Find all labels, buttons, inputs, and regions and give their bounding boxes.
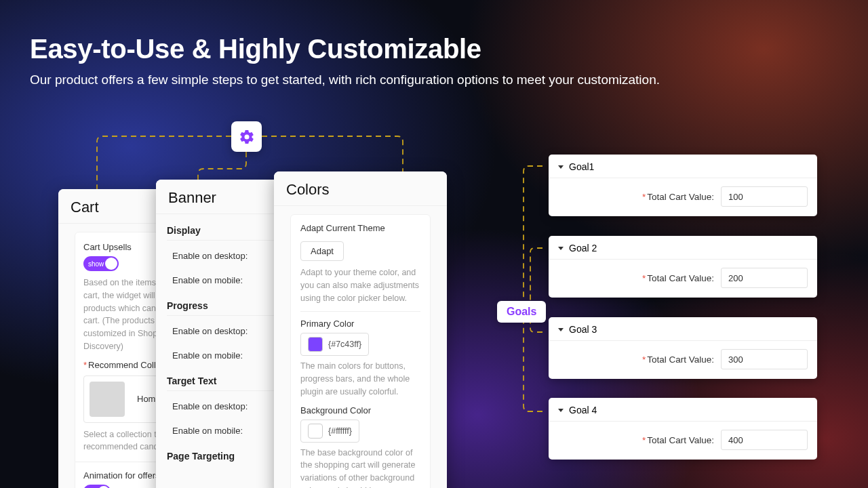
bg-color-picker[interactable]: {#ffffff}	[300, 420, 359, 443]
adapt-button[interactable]: Adapt	[300, 241, 344, 261]
primary-swatch	[308, 337, 323, 352]
goal-card-2: Goal 2 *Total Cart Value:	[549, 236, 817, 298]
adapt-desc: Adapt to your theme color, and you can a…	[300, 266, 420, 304]
goal-4-name: Goal 4	[569, 405, 597, 415]
goals-badge: Goals	[497, 301, 546, 323]
primary-color-label: Primary Color	[300, 319, 420, 329]
hero-title: Easy-to-Use & Highly Customizable	[30, 34, 841, 64]
progress-desktop-label: Enable on desktop:	[172, 326, 248, 336]
primary-color-value: {#7c43ff}	[328, 340, 361, 349]
goal-2-name: Goal 2	[569, 243, 597, 253]
target-mobile-label: Enable on mobile:	[172, 426, 243, 436]
bg-color-value: {#ffffff}	[328, 426, 352, 436]
display-mobile-label: Enable on mobile:	[172, 275, 243, 285]
goal-3-field-label: *Total Cart Value:	[642, 354, 714, 365]
goal-2-field-label: *Total Cart Value:	[642, 273, 714, 283]
hero-subtitle: Our product offers a few simple steps to…	[30, 73, 841, 87]
goal-2-header[interactable]: Goal 2	[549, 236, 817, 260]
goal-1-header[interactable]: Goal1	[549, 155, 817, 178]
colors-panel: Colors Adapt Current Theme Adapt Adapt t…	[274, 171, 447, 488]
goal-4-field-label: *Total Cart Value:	[642, 435, 714, 445]
display-desktop-label: Enable on desktop:	[172, 251, 248, 261]
goal-3-value-input[interactable]	[721, 349, 808, 369]
goal-1-name: Goal1	[569, 161, 594, 172]
goal-3-name: Goal 3	[569, 324, 597, 335]
bg-swatch	[308, 424, 323, 439]
collection-thumb[interactable]	[90, 382, 125, 417]
animation-toggle[interactable]	[83, 485, 111, 488]
caret-icon	[558, 409, 564, 412]
goal-4-header[interactable]: Goal 4	[549, 398, 817, 422]
primary-desc: The main colors for buttons, progress ba…	[300, 360, 420, 398]
gear-icon	[231, 121, 262, 152]
colors-panel-title: Colors	[274, 171, 447, 206]
goal-card-4: Goal 4 *Total Cart Value:	[549, 398, 817, 460]
adapt-theme-label: Adapt Current Theme	[300, 223, 420, 233]
progress-mobile-label: Enable on mobile:	[172, 350, 243, 361]
goal-3-header[interactable]: Goal 3	[549, 317, 817, 341]
goal-card-3: Goal 3 *Total Cart Value:	[549, 317, 817, 379]
caret-icon	[558, 247, 564, 250]
caret-icon	[558, 328, 564, 331]
primary-color-picker[interactable]: {#7c43ff}	[300, 333, 369, 356]
goal-1-value-input[interactable]	[721, 186, 808, 207]
caret-icon	[558, 165, 564, 169]
goal-1-field-label: *Total Cart Value:	[642, 192, 714, 202]
target-desktop-label: Enable on desktop:	[172, 401, 248, 411]
goal-card-1: Goal1 *Total Cart Value:	[549, 155, 817, 216]
cart-upsells-toggle[interactable]: show	[83, 256, 119, 271]
bg-desc: The base background color of the shoppin…	[300, 447, 420, 489]
goal-4-value-input[interactable]	[721, 430, 808, 450]
bg-color-label: Background Color	[300, 405, 420, 415]
goal-2-value-input[interactable]	[721, 268, 808, 288]
